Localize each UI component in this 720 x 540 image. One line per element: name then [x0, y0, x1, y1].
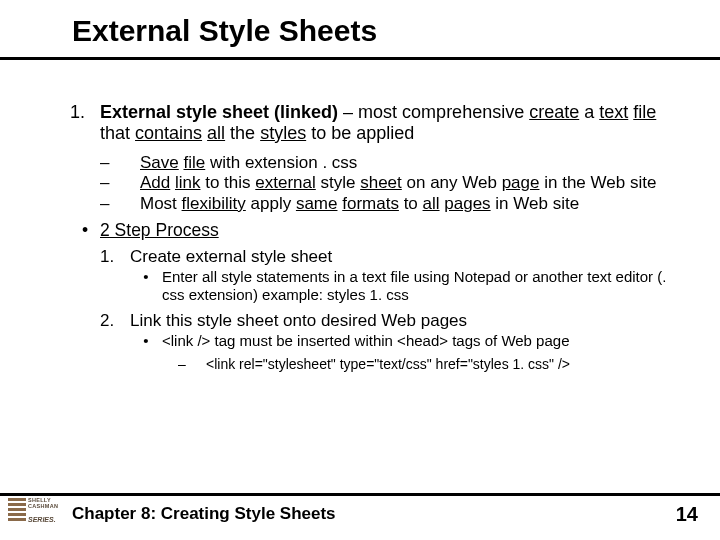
step-2-text: Link this style sheet onto desired Web p…: [130, 311, 467, 330]
dash-bullet: –: [178, 357, 206, 373]
list-item-2: • 2 Step Process 1. Create external styl…: [70, 221, 680, 373]
dash-bullet: –: [100, 194, 140, 213]
list-subitem-text: Add link to this external style sheet on…: [140, 173, 656, 192]
step-2-code: – <link rel="stylesheet" type="text/css"…: [178, 357, 680, 373]
content-body: 1. External style sheet (linked) – most …: [70, 102, 680, 373]
title-underline: [0, 57, 720, 60]
logo-series: SERIES.: [28, 516, 56, 523]
step-1-detail: • Enter all style statements in a text f…: [130, 268, 680, 302]
step-number: 2.: [100, 311, 130, 330]
publisher-logo: SHELLYCASHMAN SERIES.: [8, 498, 64, 532]
bullet: •: [130, 268, 162, 302]
list-item-2-text: 2 Step Process: [100, 221, 219, 241]
step-2: 2. Link this style sheet onto desired We…: [100, 311, 680, 330]
list-item-1: 1. External style sheet (linked) – most …: [70, 102, 680, 143]
page-number: 14: [676, 503, 698, 526]
list-item-1-text: External style sheet (linked) – most com…: [100, 102, 680, 143]
dash-bullet: –: [100, 153, 140, 172]
slide-title: External Style Sheets: [72, 14, 377, 48]
dash-bullet: –: [100, 173, 140, 192]
footer-divider: [0, 493, 720, 496]
list-subitem: – Most flexibility apply same formats to…: [100, 194, 680, 213]
footer-chapter: Chapter 8: Creating Style Sheets: [72, 504, 336, 524]
list-item-2-head: • 2 Step Process: [70, 221, 680, 241]
list-subitem: – Save file with extension . css: [100, 153, 680, 172]
logo-text: SHELLYCASHMAN: [28, 498, 58, 510]
step-1: 1. Create external style sheet: [100, 247, 680, 266]
list-subitem-text: Save file with extension . css: [140, 153, 357, 172]
step-2-code-text: <link rel="stylesheet" type="text/css" h…: [206, 357, 570, 373]
step-2-detail: • <link /> tag must be inserted within <…: [130, 332, 680, 349]
logo-bars-icon: [8, 498, 26, 521]
step-2-detail-text: <link /> tag must be inserted within <he…: [162, 332, 569, 349]
step-number: 1.: [100, 247, 130, 266]
step-1-detail-text: Enter all style statements in a text fil…: [162, 268, 680, 302]
bullet: •: [70, 221, 100, 241]
list-subitem-text: Most flexibility apply same formats to a…: [140, 194, 579, 213]
list-subitem: – Add link to this external style sheet …: [100, 173, 680, 192]
list-number: 1.: [70, 102, 100, 143]
slide: External Style Sheets 1. External style …: [0, 0, 720, 540]
step-1-text: Create external style sheet: [130, 247, 332, 266]
bullet: •: [130, 332, 162, 349]
